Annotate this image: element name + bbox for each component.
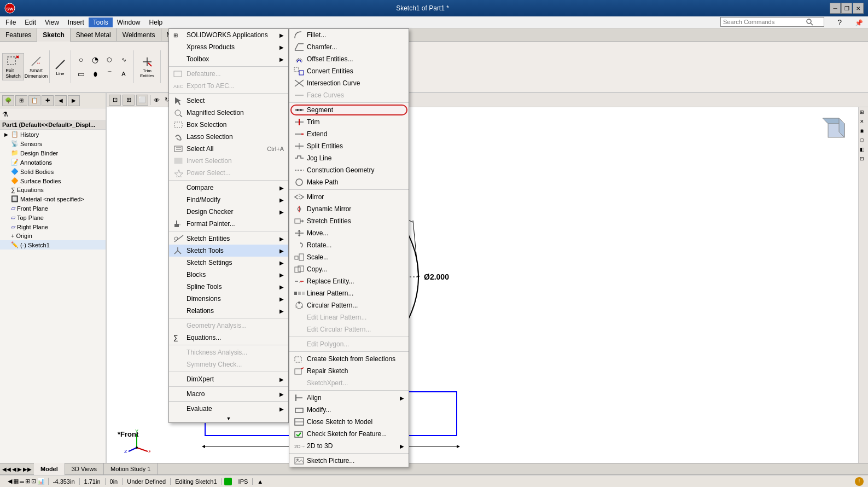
minimize-button[interactable]: ─ [830,3,841,14]
tree-icon-4[interactable]: ✚ [42,95,54,106]
tree-arrow-left[interactable]: ◀ [55,95,67,106]
circle-tool-button[interactable]: ○ [74,53,88,66]
submenu-convert-entities[interactable]: Convert Entities [289,65,409,77]
submenu-circular-pattern[interactable]: Circular Pattern... [289,299,409,311]
submenu-dynamic-mirror[interactable]: Dynamic Mirror [289,203,409,215]
menu-design-checker[interactable]: Design Checker ▶ [169,206,288,218]
submenu-linear-pattern[interactable]: Linear Pattern... [289,287,409,299]
submenu-replace-entity[interactable]: ↔ Replace Entity... [289,275,409,287]
submenu-rotate[interactable]: Rotate... [289,239,409,251]
submenu-move[interactable]: Move... [289,227,409,239]
menu-select-all[interactable]: Select All Ctrl+A [169,143,288,155]
menu-find-modify[interactable]: Find/Modify ▶ [169,194,288,206]
tab-features[interactable]: Features [0,28,37,42]
menu-help[interactable]: Help [145,18,167,27]
search-commands-input[interactable] [721,19,806,25]
submenu-scale[interactable]: Scale... [289,251,409,263]
menu-box-selection[interactable]: Box Selection [169,119,288,131]
submenu-trim[interactable]: Trim [289,116,409,128]
menu-spline-tools[interactable]: Spline Tools ▶ [169,281,288,293]
submenu-construction-geometry[interactable]: Construction Geometry [289,164,409,176]
menu-file[interactable]: File [1,18,20,27]
sketch-nav-1[interactable]: ▦ [13,478,19,485]
rectangle-tool-button[interactable]: ▭ [74,67,88,80]
submenu-sketch-picture[interactable]: Sketch Picture... [289,455,409,467]
next-tab-btn[interactable]: ▶▶ [23,466,32,472]
bottom-tab-model[interactable]: Model [34,463,65,475]
submenu-align[interactable]: Align ▶ [289,392,409,404]
tree-item-design-binder[interactable]: 📁 Design Binder [0,148,106,158]
line-button[interactable]: Line [52,57,68,77]
search-commands-bar[interactable] [720,17,824,27]
tree-item-surface-bodies[interactable]: 🔶 Surface Bodies [0,176,106,185]
menu-relations[interactable]: Relations ▶ [169,305,288,317]
tree-item-annotations[interactable]: 📝 Annotations [0,158,106,167]
submenu-extend[interactable]: Extend [289,128,409,140]
submenu-copy[interactable]: Copy... [289,263,409,275]
menu-toolbox[interactable]: Toolbox ▶ [169,53,288,65]
scroll-left-btn[interactable]: ◀ [12,466,16,472]
menu-tools[interactable]: Tools [89,18,113,27]
menu-lasso-selection[interactable]: Lasso Selection [169,131,288,143]
tree-item-origin[interactable]: + Origin [0,231,106,240]
polygon-tool-button[interactable]: ⬡ [103,53,116,66]
menu-insert[interactable]: Insert [63,18,89,27]
sketch-nav-5[interactable]: 📊 [37,478,45,485]
submenu-2d-to-3d[interactable]: 2D→3D 2D to 3D ▶ [289,440,409,452]
tree-icon-1[interactable]: 🌳 [2,95,14,106]
tree-arrow-right[interactable]: ▶ [68,95,80,106]
menu-view[interactable]: View [40,18,63,27]
view-btn-1[interactable]: ⊡ [109,95,121,106]
bottom-tab-3dviews[interactable]: 3D Views [65,463,104,475]
menu-equations[interactable]: ∑ Equations... [169,332,288,344]
bottom-tab-motion[interactable]: Motion Study 1 [104,463,158,475]
submenu-fillet[interactable]: Fillet... [289,29,409,41]
sketch-nav-2[interactable]: ═ [20,478,24,485]
submenu-close-sketch-to-model[interactable]: Close Sketch to Model [289,416,409,428]
tree-item-sketch1[interactable]: ✏️ (-) Sketch1 [0,240,106,250]
menu-dimensions[interactable]: Dimensions ▶ [169,293,288,305]
spline-tool-button[interactable]: ∿ [117,53,130,66]
tab-sketch[interactable]: Sketch [37,28,70,42]
tab-weldments[interactable]: Weldments [117,28,161,42]
filter-icon[interactable]: ⚗ [2,111,8,118]
submenu-chamfer[interactable]: Chamfer... [289,41,409,53]
tree-item-sensors[interactable]: 📡 Sensors [0,139,106,148]
submenu-create-sketch[interactable]: Create Sketch from Selections [289,353,409,365]
close-button[interactable]: ✕ [853,3,864,14]
view-btn-2[interactable]: ⊞ [123,95,135,106]
menu-compare[interactable]: Compare ▶ [169,182,288,194]
submenu-check-sketch[interactable]: Check Sketch for Feature... [289,428,409,440]
submenu-offset-entities[interactable]: Offset Entities... [289,53,409,65]
submenu-stretch-entities[interactable]: Stretch Entities [289,215,409,227]
trim-entities-button[interactable]: TrimEntities [136,54,158,79]
tree-icon-2[interactable]: ⊞ [15,95,27,106]
submenu-mirror[interactable]: Mirror [289,191,409,203]
submenu-make-path[interactable]: Make Path [289,176,409,188]
submenu-repair-sketch[interactable]: Repair Sketch [289,365,409,377]
submenu-jog-line[interactable]: Jog Line [289,152,409,164]
sketch-nav-3[interactable]: ⊞ [25,478,30,485]
menu-sketch-tools[interactable]: Sketch Tools ▶ [169,245,288,257]
slot-tool-button[interactable]: ⬮ [89,67,102,80]
menu-edit[interactable]: Edit [20,18,40,27]
menu-format-painter[interactable]: " Format Painter... [169,218,288,230]
menu-xpress[interactable]: Xpress Products ▶ [169,41,288,53]
menu-macro[interactable]: Macro ▶ [169,388,288,400]
text-tool-button[interactable]: A [117,67,130,80]
menu-blocks[interactable]: Blocks ▶ [169,269,288,281]
tree-item-solid-bodies[interactable]: 🔷 Solid Bodies [0,167,106,176]
menu-evaluate[interactable]: Evaluate ▶ [169,403,288,415]
tab-sheet-metal[interactable]: Sheet Metal [71,28,117,42]
menu-magnified-selection[interactable]: Magnified Selection [169,107,288,119]
submenu-intersection-curve[interactable]: Intersection Curve [289,77,409,89]
tree-item-history[interactable]: ▶ 📋 History [0,130,106,139]
view-cube[interactable] [820,113,853,146]
submenu-modify[interactable]: Modify... [289,404,409,416]
sketch-nav-4[interactable]: ⊡ [31,478,36,485]
menu-window[interactable]: Window [113,18,145,27]
menu-solidworks-apps[interactable]: ⊞ SOLIDWORKS Applications ▶ [169,29,288,41]
prev-tab-btn[interactable]: ◀◀ [2,466,11,472]
tree-icon-3[interactable]: 📋 [28,95,40,106]
help-icon[interactable]: ? [837,18,842,27]
